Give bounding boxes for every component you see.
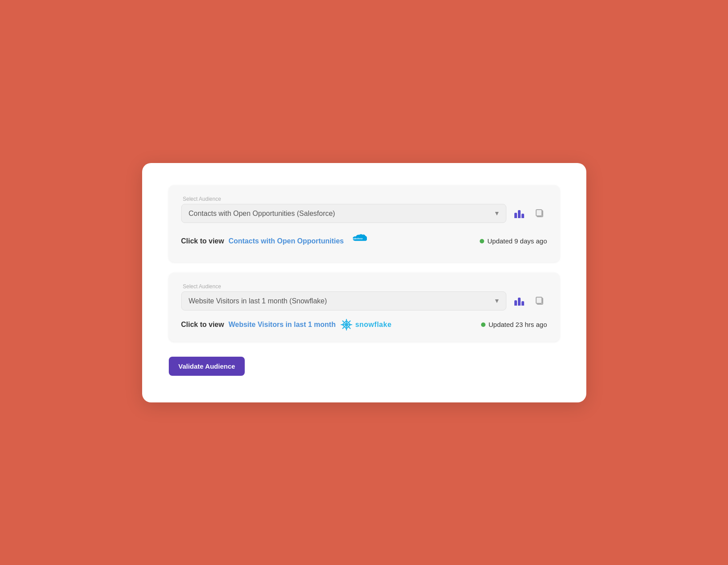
select-wrapper-2: Website Visitors in last 1 month (Snowfl… bbox=[181, 291, 506, 310]
bar-chart-icon-1 bbox=[514, 208, 524, 218]
updated-text-1: Updated 9 days ago bbox=[487, 237, 547, 245]
bar-6 bbox=[521, 301, 524, 306]
status-dot-2 bbox=[481, 322, 485, 327]
status-dot-1 bbox=[480, 239, 484, 243]
copy-icon-1 bbox=[535, 208, 545, 218]
audience-card-1: Select Audience Contacts with Open Oppor… bbox=[169, 185, 560, 262]
svg-rect-4 bbox=[536, 297, 542, 303]
salesforce-logo-1: salesforce bbox=[348, 231, 367, 251]
updated-text-2: Updated 23 hrs ago bbox=[489, 321, 547, 328]
validate-audience-button[interactable]: Validate Audience bbox=[169, 357, 245, 376]
status-group-1: Updated 9 days ago bbox=[480, 237, 547, 245]
bar-chart-button-1[interactable] bbox=[512, 206, 527, 221]
copy-icon-2 bbox=[535, 296, 545, 306]
copy-button-1[interactable] bbox=[532, 206, 547, 221]
info-row-1: Click to view Contacts with Open Opportu… bbox=[181, 231, 547, 251]
bar-chart-button-2[interactable] bbox=[512, 293, 527, 308]
audience-link-2[interactable]: Website Visitors in last 1 month bbox=[228, 321, 335, 329]
select-row-2: Website Visitors in last 1 month (Snowfl… bbox=[181, 291, 547, 310]
audience-link-1[interactable]: Contacts with Open Opportunities bbox=[228, 237, 344, 245]
status-group-2: Updated 23 hrs ago bbox=[481, 321, 547, 328]
select-label-2: Select Audience bbox=[181, 283, 547, 290]
click-to-view-2: Click to view bbox=[181, 321, 224, 329]
snowflake-text: snowflake bbox=[355, 321, 392, 329]
svg-rect-1 bbox=[536, 210, 542, 216]
bar-5 bbox=[518, 298, 521, 306]
info-row-2: Click to view Website Visitors in last 1… bbox=[181, 318, 547, 331]
snowflake-svg bbox=[340, 318, 353, 331]
select-wrapper-1: Contacts with Open Opportunities (Salesf… bbox=[181, 204, 506, 223]
bar-4 bbox=[514, 300, 517, 306]
bar-1 bbox=[514, 213, 517, 218]
bar-2 bbox=[518, 210, 521, 218]
snowflake-logo-2: snowflake bbox=[340, 318, 392, 331]
select-row-1: Contacts with Open Opportunities (Salesf… bbox=[181, 204, 547, 223]
audience-card-2: Select Audience Website Visitors in last… bbox=[169, 273, 560, 342]
bar-3 bbox=[521, 214, 524, 218]
bar-chart-icon-2 bbox=[514, 296, 524, 306]
audience-select-1[interactable]: Contacts with Open Opportunities (Salesf… bbox=[181, 204, 506, 223]
main-card: Select Audience Contacts with Open Oppor… bbox=[142, 163, 586, 402]
click-to-view-1: Click to view bbox=[181, 237, 224, 245]
svg-text:salesforce: salesforce bbox=[353, 237, 363, 239]
audience-select-2[interactable]: Website Visitors in last 1 month (Snowfl… bbox=[181, 291, 506, 310]
select-label-1: Select Audience bbox=[181, 196, 547, 202]
copy-button-2[interactable] bbox=[532, 293, 547, 308]
salesforce-cloud-svg: salesforce bbox=[348, 231, 367, 250]
